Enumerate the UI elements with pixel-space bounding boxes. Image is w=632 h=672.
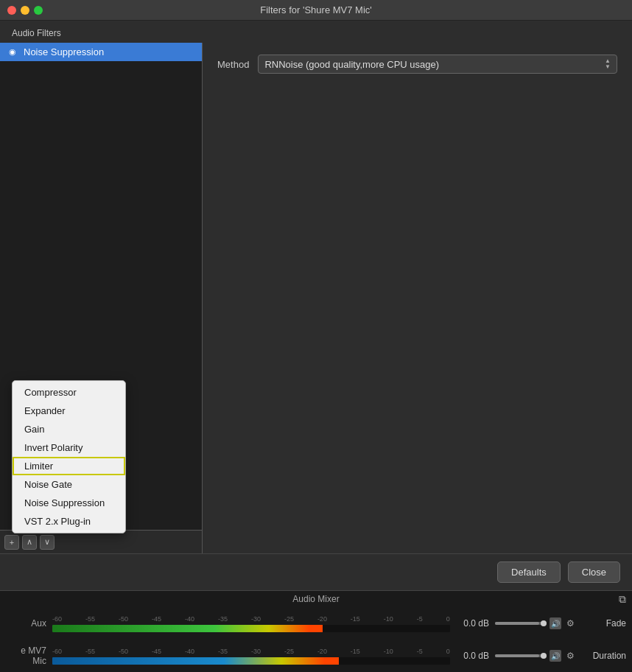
audio-mixer-section: Audio Mixer ⧉ Aux -60-55-50-45-40-35-30-… [0,590,632,672]
right-panel: Method RNNoise (good quality,more CPU us… [203,43,632,553]
defaults-button[interactable]: Defaults [497,561,561,583]
meter-scale-mv7: -60-55-50-45-40-35-30-25-20-15-10-50 [52,648,450,655]
audio-filters-label: Audio Filters [0,21,632,43]
context-menu-item-gain[interactable]: Gain [13,420,125,438]
filter-item-noise-suppression[interactable]: ◉ Noise Suppression [0,43,202,61]
mute-button-aux[interactable]: 🔊 [550,617,561,629]
context-menu-item-invert-polarity[interactable]: Invert Polarity [13,438,125,457]
filter-item-label: Noise Suppression [24,46,104,57]
context-menu-item-noise-suppression[interactable]: Noise Suppression [13,494,125,512]
method-select[interactable]: RNNoise (good quality,more CPU usage) ▲▼ [258,55,617,74]
close-button[interactable]: Close [568,561,620,583]
context-menu-item-compressor[interactable]: Compressor [13,383,125,402]
add-filter-button[interactable]: + [4,535,19,550]
method-label: Method [217,59,249,70]
volume-thumb-mv7 [541,653,547,659]
volume-fill-mv7 [495,654,539,657]
dialog-area: Audio Filters ◉ Noise Suppression + ∧ ∨ … [0,21,632,672]
db-value-mv7: 0.0 dB [456,651,489,661]
collapse-mixer-button[interactable]: ⧉ [619,593,626,606]
maximize-window-button[interactable] [34,6,43,15]
channel-name-mv7: e MV7 Mic [6,645,46,666]
duration-label: Duration [593,651,626,661]
fade-label: Fade [606,618,626,629]
method-select-value: RNNoise (good quality,more CPU usage) [264,59,439,70]
context-menu-item-limiter[interactable]: Limiter [13,457,125,475]
mixer-right-labels-aux: Fade [582,618,626,629]
eye-icon: ◉ [7,47,18,57]
volume-thumb-aux [541,620,547,626]
mute-button-mv7[interactable]: 🔊 [550,650,561,662]
channel-row-mv7: e MV7 Mic -60-55-50-45-40-35-30-25-20-15… [0,640,632,672]
db-value-aux: 0.0 dB [456,618,489,629]
move-down-button[interactable]: ∨ [40,535,55,550]
meter-fill-mv7 [52,657,339,665]
context-menu-item-vst[interactable]: VST 2.x Plug-in [13,512,125,531]
bottom-buttons: Defaults Close [0,553,632,590]
volume-fill-aux [495,622,539,625]
method-row: Method RNNoise (good quality,more CPU us… [217,55,617,74]
move-up-button[interactable]: ∧ [22,535,37,550]
window-title: Filters for 'Shure MV7 Mic' [260,4,372,15]
context-menu-item-expander[interactable]: Expander [13,402,125,420]
window-controls [7,6,43,15]
settings-button-mv7[interactable]: ⚙ [564,650,576,662]
method-select-arrows: ▲▼ [605,58,611,70]
volume-slider-aux[interactable] [495,622,547,625]
meter-bar-aux [52,625,450,632]
title-bar: Filters for 'Shure MV7 Mic' [0,0,632,21]
channel-controls-mv7: 🔊 ⚙ [495,650,576,662]
settings-button-aux[interactable]: ⚙ [564,617,576,629]
channel-controls-aux: 🔊 ⚙ [495,617,576,629]
volume-slider-mv7[interactable] [495,654,547,657]
context-menu: Compressor Expander Gain Invert Polarity… [12,380,126,533]
channel-row-aux: Aux -60-55-50-45-40-35-30-25-20-15-10-50… [0,607,632,640]
minimize-window-button[interactable] [21,6,29,15]
context-menu-item-noise-gate[interactable]: Noise Gate [13,475,125,494]
meter-scale-aux: -60-55-50-45-40-35-30-25-20-15-10-50 [52,615,450,623]
mixer-right-labels-mv7: Duration [582,651,626,661]
close-window-button[interactable] [7,6,16,15]
meter-bar-mv7 [52,657,450,665]
meter-fill-aux [52,625,323,632]
audio-mixer-header: Audio Mixer ⧉ [0,591,632,607]
channel-name-aux: Aux [6,618,46,629]
audio-mixer-title: Audio Mixer [292,594,339,604]
